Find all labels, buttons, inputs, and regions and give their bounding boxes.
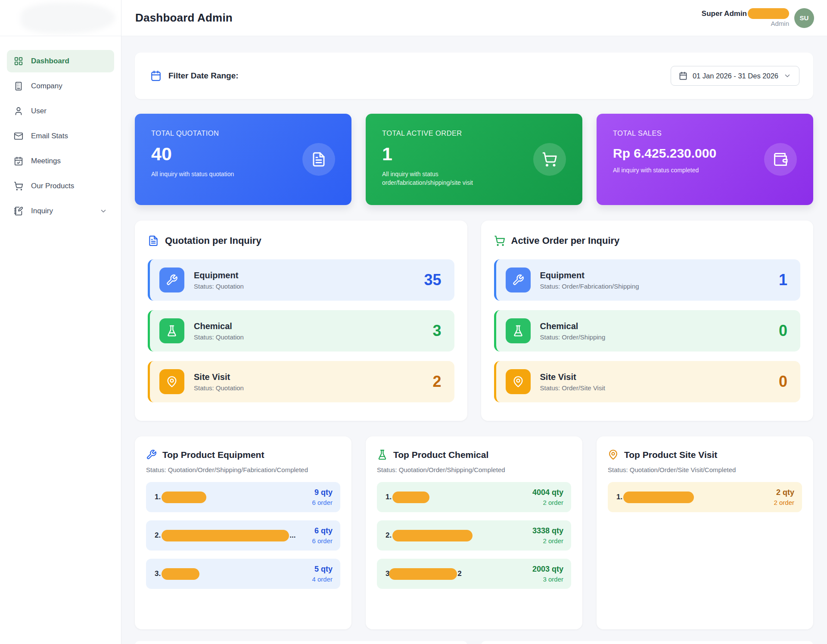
redacted-user-name — [748, 8, 789, 19]
inquiry-row-name: Site Visit — [194, 372, 244, 382]
item-qty: 2 qty — [774, 488, 794, 498]
chevron-down-icon — [783, 72, 791, 80]
inquiry-row-value: 1 — [779, 271, 787, 289]
inquiry-row-equipment: Equipment Status: Quotation 35 — [148, 259, 454, 301]
flask-icon — [159, 318, 184, 343]
date-range-value: 01 Jan 2026 - 31 Des 2026 — [693, 72, 778, 80]
page-title: Dashboard Admin — [135, 11, 233, 25]
panel-status: Status: Quotation/Order/Shipping/Complet… — [377, 466, 571, 473]
topbar: Dashboard Admin Super Admin Admin SU — [121, 0, 827, 36]
item-rank: 3. — [155, 569, 161, 578]
inquiry-row-chemical: Chemical Status: Quotation 3 — [148, 310, 454, 352]
inquiry-row-status: Status: Quotation — [194, 384, 244, 392]
avatar[interactable]: SU — [794, 8, 814, 28]
date-range-picker[interactable]: 01 Jan 2026 - 31 Des 2026 — [671, 66, 799, 86]
redacted-product-name — [392, 492, 429, 503]
item-rank: 2. — [155, 531, 161, 540]
panel-title: Quotation per Inquiry — [165, 235, 261, 246]
stats-row: TOTAL QUOTATION 40 All inquiry with stat… — [135, 114, 813, 205]
grid-icon — [14, 56, 23, 66]
item-qty: 3338 qty — [532, 526, 563, 536]
item-rank: 1. — [386, 493, 392, 501]
sidebar-item-label: Email Stats — [31, 132, 68, 140]
top-product-item: 1. 9 qty 6 order — [146, 482, 340, 512]
stat-card-total-sales: TOTAL SALES Rp 6.425.230.000 All inquiry… — [597, 114, 813, 205]
partial-card — [481, 641, 814, 644]
sidebar-item-user[interactable]: User — [7, 100, 114, 122]
user-icon — [14, 106, 23, 116]
logo-placeholder — [21, 3, 115, 34]
wrench-icon — [146, 449, 157, 460]
sidebar-item-meetings[interactable]: Meetings — [7, 150, 114, 172]
user-text: Super Admin Admin — [702, 8, 789, 28]
inquiry-row-value: 0 — [779, 373, 787, 391]
sidebar-item-label: User — [31, 107, 47, 115]
inquiry-row-status: Status: Quotation — [194, 333, 244, 341]
cart-icon — [494, 235, 505, 246]
inquiry-row-name: Chemical — [540, 321, 606, 331]
inquiry-row-value: 3 — [432, 322, 441, 340]
stat-title: TOTAL QUOTATION — [151, 129, 335, 137]
top-product-item: 3. 2 2003 qty 3 order — [377, 559, 571, 589]
filter-date-card: Filter Date Range: 01 Jan 2026 - 31 Des … — [135, 53, 813, 99]
panel-title: Active Order per Inquiry — [511, 235, 620, 246]
item-orders: 6 order — [312, 498, 333, 507]
inquiry-row-value: 35 — [424, 271, 441, 289]
logo-area — [0, 0, 121, 36]
map-pin-icon — [506, 369, 531, 394]
top-product-site-visit-panel: Top Product Site Visit Status: Quotation… — [597, 436, 813, 629]
sidebar-item-inquiry[interactable]: Inquiry — [7, 200, 114, 222]
panel-title: Top Product Chemical — [393, 450, 488, 460]
user-block: Super Admin Admin SU — [702, 8, 814, 28]
top-product-item: 1. 2 qty 2 order — [608, 482, 802, 512]
inquiry-row-name: Site Visit — [540, 372, 605, 382]
item-qty: 2003 qty — [532, 564, 563, 574]
sidebar-item-dashboard[interactable]: Dashboard — [7, 50, 114, 72]
wallet-icon — [764, 143, 797, 176]
sidebar-item-our-products[interactable]: Our Products — [7, 175, 114, 197]
cart-icon — [533, 143, 566, 176]
item-orders: 2 order — [532, 537, 563, 545]
sidebar-item-company[interactable]: Company — [7, 75, 114, 97]
item-qty: 6 qty — [312, 526, 333, 536]
inquiry-row-name: Equipment — [194, 271, 244, 280]
sidebar-item-label: Company — [31, 82, 62, 90]
notebook-pen-icon — [14, 206, 23, 216]
top-product-item: 3. 5 qty 4 order — [146, 559, 340, 589]
map-pin-icon — [159, 369, 184, 394]
panel-title: Top Product Site Visit — [624, 450, 717, 460]
redacted-product-name — [389, 568, 457, 580]
redacted-product-name — [623, 492, 694, 503]
active-order-per-inquiry-panel: Active Order per Inquiry Equipment Statu… — [481, 221, 814, 421]
redacted-product-name — [162, 530, 289, 541]
mail-icon — [14, 131, 23, 141]
inquiry-row-name: Equipment — [540, 271, 639, 280]
item-qty: 4004 qty — [532, 488, 563, 498]
flask-icon — [377, 449, 388, 460]
redacted-product-name — [392, 530, 473, 541]
wrench-icon — [159, 268, 184, 292]
building-icon — [14, 81, 23, 91]
sidebar-item-email-stats[interactable]: Email Stats — [7, 125, 114, 147]
quotation-per-inquiry-panel: Quotation per Inquiry Equipment Status: … — [135, 221, 467, 421]
top-product-equipment-panel: Top Product Equipment Status: Quotation/… — [135, 436, 351, 629]
stat-subtitle: All inquiry with status order/fabricatio… — [382, 170, 516, 187]
flask-icon — [506, 318, 531, 343]
calendar-check-icon — [14, 156, 23, 166]
sidebar-menu: Dashboard Company User Email Stats Meeti — [0, 36, 121, 222]
item-orders: 6 order — [312, 537, 333, 545]
partial-card — [135, 641, 467, 644]
inquiry-row-status: Status: Order/Fabrication/Shipping — [540, 283, 639, 290]
product-name-suffix: 2 — [457, 569, 461, 578]
file-text-icon — [302, 143, 335, 176]
redacted-product-name — [162, 568, 199, 580]
chevron-down-icon — [99, 207, 107, 215]
wrench-icon — [506, 268, 531, 292]
stat-card-total-quotation: TOTAL QUOTATION 40 All inquiry with stat… — [135, 114, 351, 205]
inquiry-row-chemical: Chemical Status: Order/Shipping 0 — [494, 310, 801, 352]
top-product-item: 1. 4004 qty 2 order — [377, 482, 571, 512]
inquiry-row-value: 2 — [432, 373, 441, 391]
inquiry-row-status: Status: Order/Shipping — [540, 333, 606, 341]
item-orders: 3 order — [532, 575, 563, 584]
product-name-suffix: ... — [289, 531, 295, 540]
